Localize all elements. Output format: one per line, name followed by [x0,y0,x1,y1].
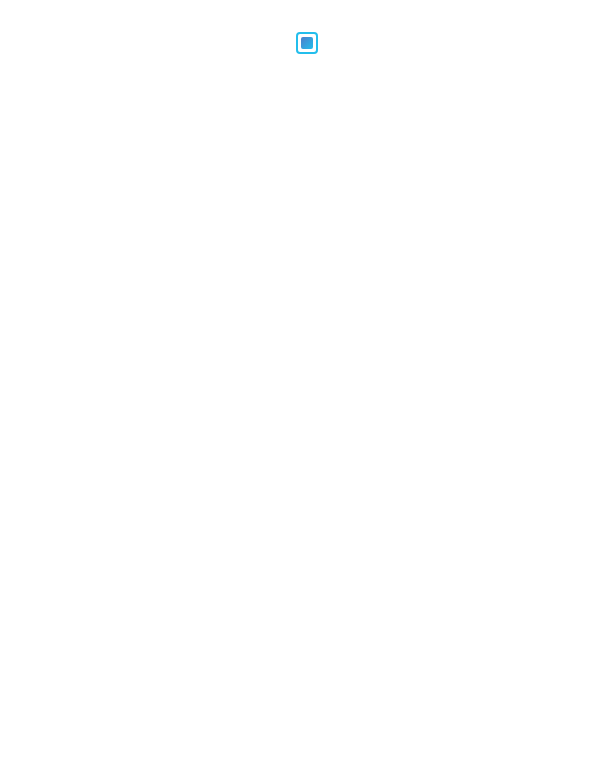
caption [0,20,613,68]
cube-icon [296,32,318,54]
